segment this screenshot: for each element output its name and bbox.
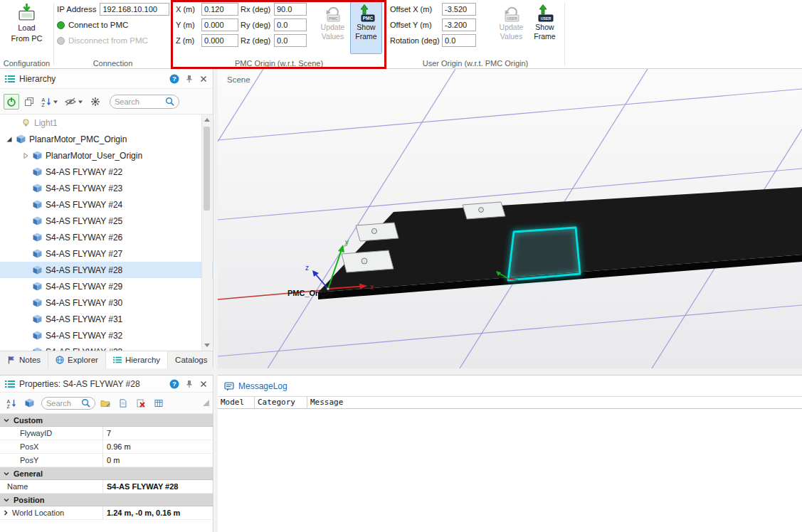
column-header-message[interactable]: Message (307, 397, 802, 408)
tree-item-user-origin[interactable]: PlanarMotor_User_Origin (0, 147, 213, 164)
sort-icon (41, 97, 51, 107)
tree-item-flyway-33[interactable]: S4-AS FLYWAY #33 (0, 344, 213, 351)
settings-gear-button[interactable] (88, 94, 103, 110)
tab-catalogs[interactable]: Catalogs (168, 351, 215, 368)
pin-icon[interactable] (185, 380, 194, 388)
pmc-x-input[interactable] (201, 3, 238, 16)
hierarchy-toolbar (0, 89, 213, 115)
columns-icon (154, 399, 163, 408)
properties-search-input[interactable] (46, 399, 81, 408)
pmc-y-input[interactable] (201, 18, 238, 31)
property-row-posy[interactable]: PosY 0 m (0, 454, 213, 467)
scroll-up-button[interactable] (202, 115, 212, 125)
sort-properties-button[interactable] (4, 395, 19, 411)
user-rotation-input[interactable] (442, 34, 476, 47)
pin-icon[interactable] (185, 75, 194, 83)
cube-icon (33, 167, 42, 176)
tree-item-flyway-29[interactable]: S4-AS FLYWAY #29 (0, 278, 213, 294)
cube-icon (33, 151, 42, 160)
close-icon[interactable] (199, 75, 208, 83)
visibility-dropdown-button[interactable] (63, 94, 85, 110)
pmc-ry-input[interactable] (274, 18, 307, 31)
gear-icon (90, 97, 100, 107)
property-group-custom[interactable]: Custom (0, 414, 213, 427)
pmc-origin-group-label: PMC Origin (w.r.t. Scene) (172, 59, 386, 68)
property-group-position[interactable]: Position (0, 494, 213, 506)
tree-item-flyway-22[interactable]: S4-AS FLYWAY #22 (0, 164, 213, 180)
power-icon (6, 97, 16, 107)
pmc-update-values-button[interactable]: PMC Update Values (317, 1, 349, 54)
user-show-frame-button[interactable]: USER Show Frame (529, 1, 561, 54)
search-icon[interactable] (165, 97, 174, 106)
delete-property-button[interactable] (133, 395, 149, 411)
column-header-category[interactable]: Category (255, 397, 307, 408)
scene-viewport[interactable]: x y z PMC_Origin (218, 69, 802, 368)
user-offset-y-input[interactable] (442, 18, 476, 31)
user-show-frame-icon: USER (536, 4, 554, 22)
tree-item-flyway-24[interactable]: S4-AS FLYWAY #24 (0, 196, 213, 213)
tree-item-flyway-31[interactable]: S4-AS FLYWAY #31 (0, 311, 213, 327)
expander-collapsed-icon[interactable] (22, 152, 29, 159)
property-row-name[interactable]: Name S4-AS FLYWAY #28 (0, 480, 213, 494)
sort-dropdown-button[interactable] (39, 94, 60, 110)
tab-explorer[interactable]: Explorer (48, 351, 106, 368)
columns-view-button[interactable] (151, 395, 167, 411)
tree-item-flyway-27[interactable]: S4-AS FLYWAY #27 (0, 245, 213, 262)
user-offset-x-label: Offset X (m) (390, 5, 440, 14)
property-row-posx[interactable]: PosX 0.96 m (0, 440, 213, 454)
edit-item-button[interactable] (97, 395, 113, 411)
cube-icon (33, 233, 42, 242)
tree-item-flyway-23[interactable]: S4-AS FLYWAY #23 (0, 180, 213, 196)
scroll-down-button[interactable] (202, 340, 212, 351)
column-header-model[interactable]: Model (218, 397, 255, 408)
property-row-world-location[interactable]: World Location 1.24 m, -0 m, 0.16 m (0, 506, 213, 520)
tab-notes[interactable]: Notes (0, 351, 48, 368)
load-from-pc-icon (17, 3, 36, 22)
connect-status-icon (57, 21, 65, 29)
pmc-rz-input[interactable] (274, 34, 307, 47)
horizontal-splitter[interactable] (0, 368, 802, 375)
tree-item-flyway-25[interactable]: S4-AS FLYWAY #25 (0, 213, 213, 229)
hierarchy-scrollbar[interactable] (201, 115, 212, 351)
scroll-thumb[interactable] (204, 127, 210, 211)
pmc-z-input[interactable] (201, 34, 238, 47)
power-toggle-button[interactable] (4, 94, 19, 110)
ribbon-group-configuration: Load From PC Configuration (0, 0, 53, 68)
hierarchy-search-input[interactable] (115, 97, 165, 106)
disconnect-from-pmc-button[interactable]: Disconnect from PMC (57, 34, 172, 47)
expander-expanded-icon[interactable] (6, 136, 13, 143)
property-group-general[interactable]: General (0, 467, 213, 480)
tree-item-flyway-28-selected[interactable]: S4-AS FLYWAY #28 (0, 262, 213, 278)
user-update-values-button[interactable]: USER Update Values (495, 1, 527, 54)
category-view-button[interactable] (21, 395, 37, 411)
cube-icon (25, 398, 34, 408)
connect-to-pmc-button[interactable]: Connect to PMC (57, 18, 172, 31)
tree-item-flyway-26[interactable]: S4-AS FLYWAY #26 (0, 229, 213, 245)
close-icon[interactable] (199, 380, 208, 388)
tree-item-flyway-32[interactable]: S4-AS FLYWAY #32 (0, 327, 213, 344)
help-icon[interactable] (169, 379, 179, 389)
property-row-flywayid[interactable]: FlywayID 7 (0, 427, 213, 440)
messagelog-body[interactable] (218, 409, 802, 530)
cube-icon (33, 298, 42, 307)
search-icon[interactable] (81, 398, 90, 408)
ribbon-group-user-origin: Offset X (m) Offset Y (m) Rotation (deg)… (386, 0, 564, 68)
ip-address-input[interactable] (100, 3, 169, 16)
collapse-all-button[interactable] (21, 94, 37, 110)
svg-text:PMC: PMC (362, 16, 373, 21)
user-offset-x-input[interactable] (442, 3, 476, 16)
selected-mover-highlight[interactable] (508, 228, 580, 280)
pmc-show-frame-button[interactable]: PMC Show Frame (350, 1, 382, 54)
toolbar-resize-handle[interactable] (203, 400, 209, 406)
tree-item-light1[interactable]: Light1 (0, 115, 213, 131)
tree-item-flyway-30[interactable]: S4-AS FLYWAY #30 (0, 294, 213, 311)
pmc-rx-input[interactable] (274, 3, 307, 16)
user-offset-y-label: Offset Y (m) (390, 21, 440, 29)
tab-hierarchy[interactable]: Hierarchy (106, 351, 168, 368)
expand-row-icon[interactable] (2, 509, 9, 516)
help-icon[interactable] (169, 74, 179, 84)
load-from-pc-button[interactable]: Load From PC (4, 3, 51, 43)
add-property-button[interactable] (115, 395, 131, 411)
scene-title: Scene (227, 75, 250, 84)
tree-item-pmc-origin[interactable]: PlanarMotor_PMC_Origin (0, 131, 213, 147)
